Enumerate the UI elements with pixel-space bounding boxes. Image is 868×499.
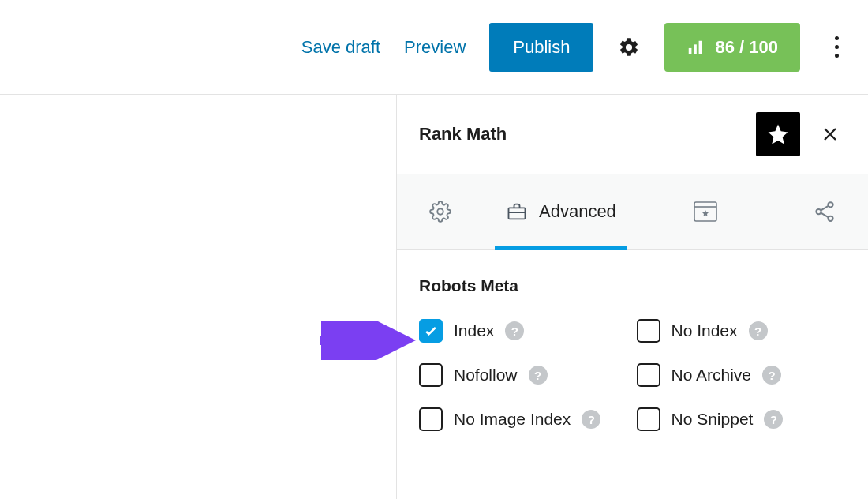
save-draft-button[interactable]: Save draft — [301, 37, 380, 58]
help-no-snippet[interactable]: ? — [764, 410, 783, 429]
checkbox-index[interactable] — [419, 319, 443, 343]
option-no-index: No Index ? — [637, 319, 847, 343]
svg-point-8 — [828, 216, 832, 221]
svg-rect-1 — [694, 44, 698, 54]
close-sidebar-button[interactable] — [814, 118, 846, 150]
help-index[interactable]: ? — [505, 321, 524, 340]
checkbox-no-snippet[interactable] — [637, 407, 660, 431]
tab-schema[interactable] — [662, 174, 749, 249]
svg-point-7 — [816, 209, 821, 214]
gear-icon — [429, 201, 451, 223]
option-index-label: Index — [454, 321, 494, 340]
help-no-archive[interactable]: ? — [762, 366, 781, 385]
checkbox-no-image-index[interactable] — [419, 407, 443, 431]
svg-point-6 — [828, 202, 832, 207]
option-nofollow: Nofollow ? — [419, 363, 629, 387]
option-no-snippet: No Snippet ? — [637, 407, 847, 431]
tab-general[interactable] — [397, 174, 484, 249]
svg-rect-0 — [689, 47, 692, 53]
help-nofollow[interactable]: ? — [529, 366, 548, 385]
checkbox-no-index[interactable] — [637, 319, 660, 343]
rank-math-sidebar: Rank Math — [396, 95, 868, 499]
option-no-archive: No Archive ? — [637, 363, 847, 387]
sidebar-tabs: Advanced — [397, 174, 868, 250]
checkbox-nofollow[interactable] — [419, 363, 443, 387]
option-no-archive-label: No Archive — [672, 366, 752, 385]
publish-button[interactable]: Publish — [489, 23, 593, 72]
editor-canvas[interactable] — [0, 95, 396, 499]
star-icon — [766, 122, 790, 146]
share-icon — [813, 200, 836, 223]
svg-rect-4 — [509, 208, 526, 219]
help-no-index[interactable]: ? — [749, 321, 768, 340]
tab-advanced[interactable]: Advanced — [484, 174, 638, 249]
robots-meta-heading: Robots Meta — [419, 276, 846, 295]
settings-gear-icon[interactable] — [617, 36, 641, 59]
editor-top-bar: Save draft Preview Publish 86 / 100 — [0, 0, 868, 95]
tab-social[interactable] — [781, 174, 868, 249]
favorite-button[interactable] — [756, 112, 800, 156]
sidebar-title: Rank Math — [419, 124, 742, 144]
robots-meta-options: Index ? No Index ? Nofollow ? No Archive — [419, 319, 846, 431]
option-index: Index ? — [419, 319, 629, 343]
tab-advanced-label: Advanced — [539, 201, 616, 222]
checkbox-no-archive[interactable] — [637, 363, 660, 387]
browser-star-icon — [694, 201, 717, 222]
help-no-image-index[interactable]: ? — [582, 410, 600, 429]
more-options-button[interactable] — [829, 32, 844, 63]
option-no-index-label: No Index — [672, 321, 738, 340]
briefcase-icon — [506, 201, 528, 223]
seo-score-badge[interactable]: 86 / 100 — [664, 23, 800, 72]
svg-point-3 — [437, 208, 443, 214]
chart-icon — [687, 39, 704, 56]
option-no-image-index-label: No Image Index — [454, 410, 571, 429]
preview-button[interactable]: Preview — [404, 37, 466, 58]
check-icon — [423, 323, 439, 339]
seo-score-text: 86 / 100 — [715, 37, 778, 58]
option-nofollow-label: Nofollow — [454, 366, 518, 385]
option-no-image-index: No Image Index ? — [419, 407, 629, 431]
close-icon — [821, 125, 840, 144]
svg-rect-2 — [699, 40, 702, 54]
option-no-snippet-label: No Snippet — [672, 410, 754, 429]
